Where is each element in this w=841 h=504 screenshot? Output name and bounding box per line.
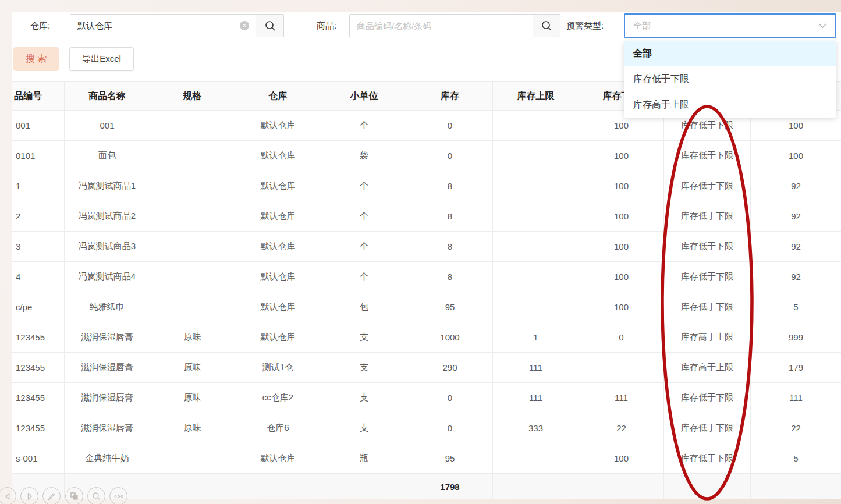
header-stock: 库存: [407, 82, 493, 110]
cell-warning-type: 库存低于下限: [664, 413, 751, 443]
warehouse-search-button[interactable]: [256, 14, 284, 37]
header-product-code: 品编号: [12, 82, 65, 110]
cell-spec: [150, 141, 235, 171]
cell-warning-type: 库存低于下限: [664, 292, 751, 322]
footer-cell: [321, 474, 407, 499]
cell-stock-min: 100: [579, 171, 664, 201]
cell-stock: 1000: [407, 322, 493, 352]
cell-product-name: 滋润保湿唇膏: [65, 322, 150, 352]
cell-warehouse: 默认仓库: [235, 232, 321, 261]
cell-diff: 92: [751, 171, 841, 201]
magnifier-icon: [264, 20, 276, 31]
cell-product-name: 滋润保湿唇膏: [65, 353, 150, 382]
table-body: 001 001 默认仓库 个 0 100 库存低于下限 100 0101 面包 …: [12, 111, 841, 474]
cell-product-code: 2: [12, 201, 65, 231]
cell-unit: 个: [321, 201, 407, 231]
cell-warning-type: 库存高于上限: [664, 322, 751, 352]
cell-stock: 290: [407, 353, 493, 382]
cell-product-name: 面包: [65, 141, 150, 171]
cell-spec: [150, 171, 235, 201]
cell-stock-max: [493, 262, 579, 292]
cell-stock-min: 100: [579, 141, 664, 171]
cell-stock-max: [493, 232, 579, 261]
cell-stock: 95: [407, 443, 493, 473]
table-row: 4 冯岚测试商品4 默认仓库 个 8 100 库存低于下限 92: [12, 262, 841, 292]
toolbar-magnifier-button[interactable]: [87, 487, 105, 504]
warehouse-input[interactable]: [70, 14, 256, 37]
footer-cell: [664, 474, 751, 499]
header-product-name: 商品名称: [65, 82, 150, 110]
alert-type-select[interactable]: 全部: [624, 13, 836, 38]
cell-warehouse: 默认仓库: [235, 292, 321, 322]
cell-stock-min: 100: [579, 201, 664, 231]
cell-spec: 原味: [150, 383, 235, 413]
cell-unit: 个: [321, 111, 407, 140]
cell-diff: 5: [751, 443, 841, 473]
cell-product-code: 1: [12, 171, 65, 201]
cell-spec: [150, 443, 235, 473]
cell-stock-min: 0: [579, 322, 664, 352]
dropdown-option-above-max[interactable]: 库存高于上限: [624, 92, 836, 118]
cell-stock-min: 22: [579, 413, 664, 443]
product-input[interactable]: [349, 14, 533, 37]
toolbar-ellipsis-button[interactable]: [109, 487, 127, 504]
cell-diff: 999: [751, 322, 841, 352]
cell-diff: 92: [751, 262, 841, 292]
cell-unit: 包: [321, 292, 407, 322]
cell-stock-min: 100: [579, 292, 664, 322]
cell-unit: 支: [321, 383, 407, 413]
play-icon: [26, 492, 34, 501]
cell-unit: 瓶: [321, 443, 407, 473]
product-label: 商品:: [317, 19, 336, 32]
cell-product-code: 123455: [12, 322, 65, 352]
cell-stock-max: [493, 111, 579, 140]
table-row: 123455 滋润保湿唇膏 原味 cc仓库2 支 0 111 111 库存低于下…: [12, 383, 841, 413]
cell-diff: 92: [751, 232, 841, 261]
table-row: 0101 面包 默认仓库 袋 0 100 库存低于下限 100: [12, 141, 841, 171]
cell-unit: 支: [321, 322, 407, 352]
cell-stock: 8: [407, 171, 493, 201]
cell-product-code: 4: [12, 262, 65, 292]
cell-warehouse: 默认仓库: [235, 201, 321, 231]
cell-warehouse: 默认仓库: [235, 141, 321, 171]
cell-unit: 个: [321, 171, 407, 201]
inventory-warning-table: 品编号 商品名称 规格 仓库 小单位 库存 库存上限 库存下限 001 001 …: [12, 81, 841, 499]
cell-product-name: 滋润保湿唇膏: [65, 383, 150, 413]
magnifier-icon: [92, 492, 101, 501]
product-search-button[interactable]: [533, 14, 560, 37]
cell-spec: 原味: [150, 413, 235, 443]
clear-icon[interactable]: ✕: [240, 21, 249, 30]
cell-product-code: 123455: [12, 353, 65, 382]
dropdown-option-below-min[interactable]: 库存低于下限: [624, 66, 836, 92]
cell-product-code: 3: [12, 232, 65, 261]
alert-type-value: 全部: [633, 20, 818, 31]
alert-type-label: 预警类型:: [566, 19, 604, 32]
cell-stock-min: [579, 353, 664, 382]
toolbar-pencil-button[interactable]: [42, 487, 61, 504]
cell-product-name: 纯雅纸巾: [65, 292, 150, 322]
cell-product-name: 冯岚测试商品3: [65, 232, 150, 261]
chevron-down-icon: [818, 23, 827, 29]
cell-product-code: 123455: [12, 383, 65, 413]
cell-product-name: 金典纯牛奶: [65, 443, 150, 473]
cell-stock-min: 100: [579, 262, 664, 292]
cell-warehouse: 仓库6: [235, 413, 321, 443]
windows-icon: [70, 492, 79, 501]
cell-stock-max: [493, 171, 579, 201]
cell-stock: 8: [407, 262, 493, 292]
table-row: 123455 滋润保湿唇膏 原味 默认仓库 支 1000 1 0 库存高于上限 …: [12, 322, 841, 353]
cell-warning-type: 库存低于下限: [664, 141, 751, 171]
export-excel-button[interactable]: 导出Excel: [69, 47, 134, 71]
toolbar-chevron-left-button[interactable]: [0, 487, 16, 504]
cell-warning-type: 库存低于下限: [664, 232, 751, 261]
cell-product-name: 冯岚测试商品1: [65, 171, 150, 201]
toolbar-play-button[interactable]: [20, 487, 38, 504]
cell-stock-min: 100: [579, 232, 664, 261]
cell-spec: [150, 111, 235, 140]
cell-stock-min: 100: [579, 443, 664, 473]
cell-spec: [150, 292, 235, 322]
table-row: 3 冯岚测试商品3 默认仓库 个 8 100 库存低于下限 92: [12, 232, 841, 262]
dropdown-option-all[interactable]: 全部: [624, 41, 836, 66]
search-button[interactable]: 搜 索: [13, 47, 59, 71]
toolbar-windows-button[interactable]: [65, 487, 83, 504]
